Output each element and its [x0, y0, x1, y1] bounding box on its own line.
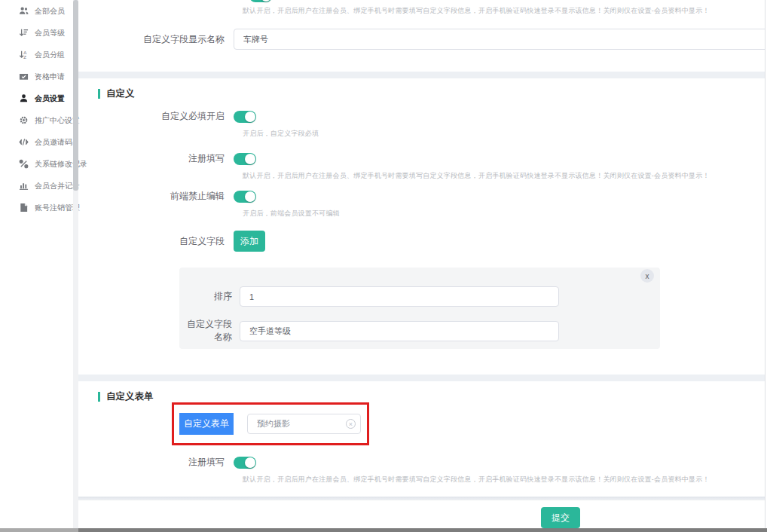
sidebar: 全部会员 会员等级 AZ 会员分组 资格申请 会员设置 推广中心设置 — [0, 0, 78, 528]
section-accent-bar — [98, 392, 100, 402]
add-field-button[interactable]: 添加 — [234, 231, 265, 252]
custom-form-input[interactable] — [247, 414, 361, 434]
section-divider — [78, 375, 765, 381]
form-register-description: 默认开启，开启后用户在注册会员、绑定手机号时需要填写自定义字段信息，开启手机验证… — [243, 475, 765, 485]
main-content: 默认开启，开启后用户在注册会员、绑定手机号时需要填写自定义字段信息，开启手机验证… — [78, 0, 765, 528]
svg-text:Z: Z — [23, 55, 26, 60]
section-title-custom: 自定义 — [98, 87, 765, 99]
frontend-edit-description: 开启后，前端会员设置不可编辑 — [243, 209, 765, 219]
submit-button[interactable]: 提交 — [541, 507, 580, 528]
sidebar-item-all-members[interactable]: 全部会员 — [0, 0, 78, 22]
form-register-toggle[interactable] — [234, 457, 256, 469]
bottom-scrollbar[interactable] — [0, 528, 767, 532]
sidebar-item-member-settings[interactable]: 会员设置 — [0, 87, 78, 109]
custom-fields-label: 自定义字段 — [78, 235, 234, 248]
sidebar-item-label: 会员分组 — [35, 50, 65, 60]
section-title-text: 自定义 — [106, 87, 135, 100]
display-name-label: 自定义字段显示名称 — [78, 33, 234, 46]
user-icon — [19, 93, 29, 103]
sidebar-item-label: 会员设置 — [35, 93, 65, 104]
section-divider — [78, 72, 765, 78]
link-icon — [19, 159, 29, 169]
sidebar-item-label: 关系链修改记录 — [35, 159, 87, 170]
sidebar-item-relation-log[interactable]: 关系链修改记录 — [0, 153, 78, 175]
required-description: 开启后，自定义字段必填 — [243, 129, 765, 139]
required-toggle-label: 自定义必填开启 — [78, 110, 234, 123]
file-icon — [19, 203, 29, 212]
sidebar-scrollbar[interactable] — [73, 0, 78, 528]
required-toggle[interactable] — [234, 111, 256, 123]
custom-form-card: 自定义表单 自定义表单 × 注册填写 默认开启，开启后用户在注册会员、绑定手机号… — [78, 381, 765, 497]
custom-form-label-highlighted: 自定义表单 — [179, 413, 234, 435]
gear-icon — [19, 115, 29, 125]
register-toggle-label: 注册填写 — [78, 152, 234, 165]
sidebar-item-member-level[interactable]: 会员等级 — [0, 22, 78, 44]
field-name-label: 自定义字段名称 — [179, 318, 240, 344]
sort-group-icon: AZ — [19, 50, 29, 60]
section-title-text: 自定义表单 — [106, 390, 154, 403]
sidebar-item-label: 资格申请 — [35, 72, 65, 82]
sidebar-item-qualification[interactable]: 资格申请 — [0, 66, 78, 87]
annotation-red-box: 自定义表单 × — [172, 402, 369, 445]
register-toggle[interactable] — [234, 153, 256, 165]
form-register-toggle-label: 注册填写 — [78, 456, 234, 469]
code-icon — [19, 137, 29, 147]
custom-card: 自定义 自定义必填开启 开启后，自定义字段必填 注册填写 默认开启，开启后用户在… — [78, 78, 765, 375]
chart-icon — [19, 181, 29, 191]
sidebar-item-account-cancel[interactable]: 账号注销管理 — [0, 197, 78, 219]
sidebar-item-label: 会员邀请码 — [35, 137, 72, 148]
frontend-edit-toggle-label: 前端禁止编辑 — [78, 190, 234, 203]
register-toggle-partial[interactable] — [249, 0, 272, 2]
custom-field-panel: x 排序 自定义字段名称 — [179, 268, 660, 349]
display-name-card: 默认开启，开启后用户在注册会员、绑定手机号时需要填写自定义字段信息，开启手机验证… — [78, 0, 765, 72]
clear-icon[interactable]: × — [346, 419, 356, 429]
section-title-custom-form: 自定义表单 — [98, 390, 765, 402]
register-description: 默认开启，开启后用户在注册会员、绑定手机号时需要填写自定义字段信息，开启手机验证… — [243, 171, 765, 181]
display-name-input[interactable] — [234, 29, 765, 50]
sidebar-item-promotion-settings[interactable]: 推广中心设置 — [0, 109, 78, 131]
field-name-input[interactable] — [240, 321, 559, 341]
sidebar-item-merge-log[interactable]: 会员合并记录 — [0, 175, 78, 197]
users-icon — [19, 6, 29, 16]
register-description: 默认开启，开启后用户在注册会员、绑定手机号时需要填写自定义字段信息，开启手机验证… — [243, 6, 710, 16]
footer-bar: 提交 — [78, 500, 765, 528]
sidebar-item-invite-code[interactable]: 会员邀请码 — [0, 131, 78, 153]
sort-level-icon — [19, 28, 29, 38]
qualification-icon — [19, 72, 29, 81]
sidebar-item-label: 会员等级 — [35, 28, 65, 38]
frontend-edit-toggle[interactable] — [234, 191, 256, 203]
close-icon[interactable]: x — [640, 269, 654, 283]
sidebar-scrollbar-thumb[interactable] — [73, 0, 78, 191]
section-accent-bar — [98, 89, 100, 99]
sort-input[interactable] — [240, 286, 559, 307]
sidebar-item-label: 全部会员 — [35, 6, 65, 17]
sort-label: 排序 — [179, 290, 240, 303]
page: 全部会员 会员等级 AZ 会员分组 资格申请 会员设置 推广中心设置 — [0, 0, 767, 532]
custom-form-input-wrap: × — [247, 414, 361, 434]
svg-text:A: A — [23, 50, 26, 55]
sidebar-item-member-group[interactable]: AZ 会员分组 — [0, 44, 78, 66]
